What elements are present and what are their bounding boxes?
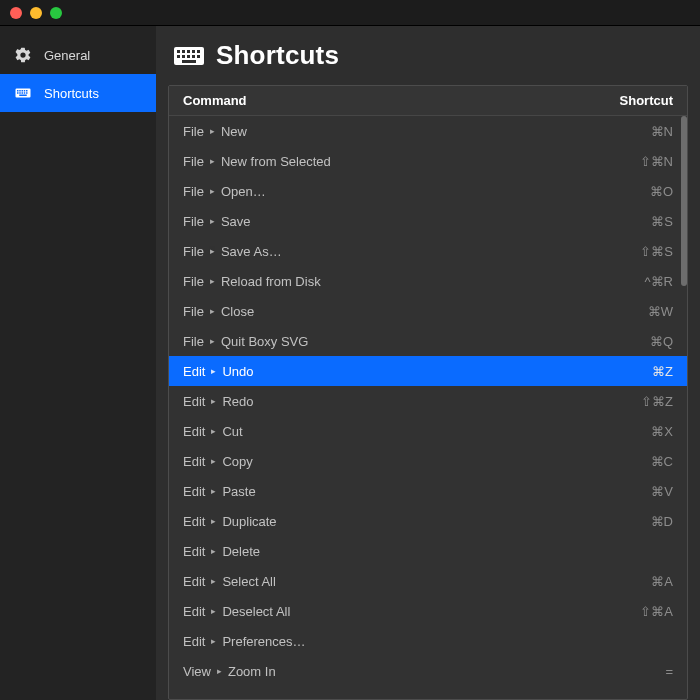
command-path-segment: Redo	[222, 394, 253, 409]
command-cell: Edit▸Copy	[183, 454, 583, 469]
command-path-segment: New	[221, 124, 247, 139]
command-path-segment: Edit	[183, 394, 205, 409]
shortcut-cell: ⌘Z	[583, 364, 673, 379]
command-path-segment: Deselect All	[222, 604, 290, 619]
chevron-right-icon: ▸	[208, 277, 217, 286]
shortcut-cell: ⌘X	[583, 424, 673, 439]
chevron-right-icon: ▸	[208, 307, 217, 316]
table-row[interactable]: Edit▸Select All⌘A	[169, 566, 687, 596]
sidebar: General Shortcuts	[0, 26, 156, 700]
table-row[interactable]: View▸Zoom In=	[169, 656, 687, 686]
table-row[interactable]: Edit▸Deselect All⇧⌘A	[169, 596, 687, 626]
scrollbar-thumb[interactable]	[681, 116, 687, 286]
command-path-segment: File	[183, 154, 204, 169]
command-cell: Edit▸Preferences…	[183, 634, 583, 649]
command-path-segment: Edit	[183, 484, 205, 499]
minimize-window-button[interactable]	[30, 7, 42, 19]
close-window-button[interactable]	[10, 7, 22, 19]
chevron-right-icon: ▸	[208, 337, 217, 346]
command-path-segment: Copy	[222, 454, 252, 469]
table-row[interactable]: Edit▸Delete	[169, 536, 687, 566]
command-path-segment: Zoom In	[228, 664, 276, 679]
command-path-segment: File	[183, 274, 204, 289]
command-cell: Edit▸Paste	[183, 484, 583, 499]
table-row[interactable]: Edit▸Copy⌘C	[169, 446, 687, 476]
gear-icon	[14, 46, 32, 64]
table-row[interactable]: File▸New from Selected⇧⌘N	[169, 146, 687, 176]
command-path-segment: Edit	[183, 364, 205, 379]
table-row[interactable]: Edit▸Cut⌘X	[169, 416, 687, 446]
column-header-command[interactable]: Command	[183, 93, 583, 108]
chevron-right-icon: ▸	[209, 397, 218, 406]
command-path-segment: Paste	[222, 484, 255, 499]
command-path-segment: Edit	[183, 514, 205, 529]
svg-rect-2	[19, 90, 21, 92]
table-row[interactable]: File▸Quit Boxy SVG⌘Q	[169, 326, 687, 356]
table-row[interactable]: File▸New⌘N	[169, 116, 687, 146]
command-path-segment: New from Selected	[221, 154, 331, 169]
command-path-segment: Delete	[222, 544, 260, 559]
sidebar-item-label: Shortcuts	[44, 86, 99, 101]
shortcut-cell: ⌘Q	[583, 334, 673, 349]
shortcut-cell: ⌘W	[583, 304, 673, 319]
table-row[interactable]: File▸Open…⌘O	[169, 176, 687, 206]
table-row[interactable]: File▸Save As…⇧⌘S	[169, 236, 687, 266]
svg-rect-10	[26, 92, 28, 94]
command-path-segment: Edit	[183, 604, 205, 619]
table-row[interactable]: File▸Save⌘S	[169, 206, 687, 236]
shortcut-cell: ⌘V	[583, 484, 673, 499]
shortcut-cell: ⇧⌘N	[583, 154, 673, 169]
table-row[interactable]: File▸Reload from Disk^⌘R	[169, 266, 687, 296]
command-cell: File▸Save	[183, 214, 583, 229]
panel-title: Shortcuts	[168, 34, 688, 85]
chevron-right-icon: ▸	[208, 217, 217, 226]
table-row[interactable]: Edit▸Duplicate⌘D	[169, 506, 687, 536]
svg-rect-1	[17, 90, 19, 92]
command-path-segment: Preferences…	[222, 634, 305, 649]
chevron-right-icon: ▸	[208, 157, 217, 166]
svg-rect-11	[19, 95, 27, 97]
sidebar-item-label: General	[44, 48, 90, 63]
column-header-shortcut[interactable]: Shortcut	[583, 93, 673, 108]
command-cell: Edit▸Undo	[183, 364, 583, 379]
command-cell: Edit▸Cut	[183, 424, 583, 439]
table-row[interactable]: Edit▸Redo⇧⌘Z	[169, 386, 687, 416]
table-row[interactable]: Edit▸Paste⌘V	[169, 476, 687, 506]
svg-rect-14	[182, 50, 185, 53]
svg-rect-22	[197, 55, 200, 58]
command-path-segment: Save	[221, 214, 251, 229]
command-cell: File▸Save As…	[183, 244, 583, 259]
svg-rect-19	[182, 55, 185, 58]
shortcut-cell: ⌘N	[583, 124, 673, 139]
svg-rect-8	[22, 92, 24, 94]
command-cell: File▸Reload from Disk	[183, 274, 583, 289]
command-path-segment: Reload from Disk	[221, 274, 321, 289]
table-row[interactable]: Edit▸Undo⌘Z	[169, 356, 687, 386]
command-path-segment: Select All	[222, 574, 275, 589]
chevron-right-icon: ▸	[208, 127, 217, 136]
table-row[interactable]: File▸Close⌘W	[169, 296, 687, 326]
chevron-right-icon: ▸	[208, 247, 217, 256]
zoom-window-button[interactable]	[50, 7, 62, 19]
command-path-segment: View	[183, 664, 211, 679]
shortcut-cell: ⇧⌘S	[583, 244, 673, 259]
chevron-right-icon: ▸	[209, 607, 218, 616]
command-cell: File▸Close	[183, 304, 583, 319]
svg-rect-18	[177, 55, 180, 58]
command-cell: Edit▸Duplicate	[183, 514, 583, 529]
sidebar-item-general[interactable]: General	[0, 36, 156, 74]
command-cell: View▸Zoom In	[183, 664, 583, 679]
keyboard-icon	[14, 84, 32, 102]
command-path-segment: Edit	[183, 424, 205, 439]
chevron-right-icon: ▸	[209, 487, 218, 496]
command-cell: File▸New	[183, 124, 583, 139]
command-path-segment: Save As…	[221, 244, 282, 259]
table-row[interactable]: Edit▸Preferences…	[169, 626, 687, 656]
svg-rect-17	[197, 50, 200, 53]
sidebar-item-shortcuts[interactable]: Shortcuts	[0, 74, 156, 112]
command-cell: File▸New from Selected	[183, 154, 583, 169]
svg-rect-21	[192, 55, 195, 58]
command-path-segment: File	[183, 244, 204, 259]
svg-rect-6	[17, 92, 19, 94]
chevron-right-icon: ▸	[209, 367, 218, 376]
